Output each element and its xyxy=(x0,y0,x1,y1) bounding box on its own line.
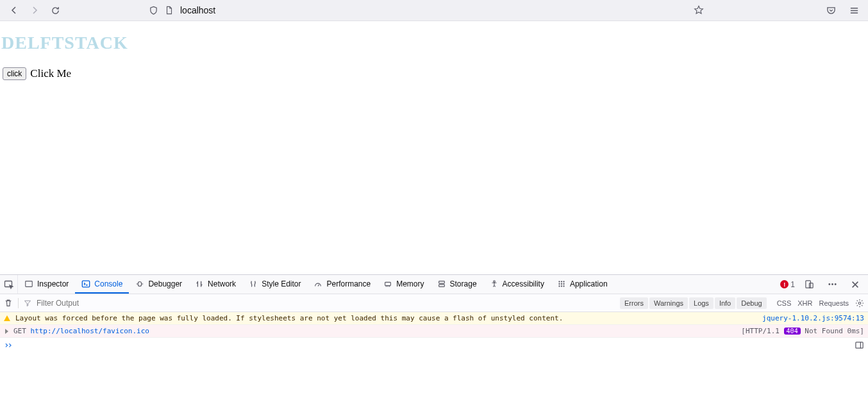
tab-memory[interactable]: Memory xyxy=(377,275,430,294)
browser-toolbar: localhost xyxy=(0,0,868,21)
tab-performance[interactable]: Performance xyxy=(307,275,377,294)
button-label: Click Me xyxy=(30,67,71,80)
prompt-icon: ›› xyxy=(4,340,11,350)
svg-rect-2 xyxy=(83,281,90,287)
tab-label: Performance xyxy=(326,279,371,288)
tab-console[interactable]: Console xyxy=(75,275,129,294)
clear-icon[interactable] xyxy=(4,299,13,308)
tab-style-editor[interactable]: Style Editor xyxy=(242,275,307,294)
application-icon xyxy=(557,279,566,288)
sidebar-toggle-icon[interactable] xyxy=(855,340,864,350)
svg-point-7 xyxy=(558,281,560,282)
svg-point-21 xyxy=(858,302,861,304)
log-message: Layout was forced before the page was fu… xyxy=(15,314,757,322)
settings-icon[interactable] xyxy=(855,299,864,308)
log-source[interactable]: jquery-1.10.2.js:9574:13 xyxy=(762,314,864,322)
http-proto: [HTTP/1.1 xyxy=(741,327,780,335)
accessibility-icon xyxy=(490,279,499,288)
chip-errors[interactable]: Errors xyxy=(620,297,648,309)
tab-label: Inspector xyxy=(37,279,69,288)
opt-css[interactable]: CSS xyxy=(777,299,792,307)
error-count-badge[interactable]: ! 1 xyxy=(780,280,795,289)
tab-label: Console xyxy=(94,279,122,288)
log-warning-row[interactable]: Layout was forced before the page was fu… xyxy=(0,312,868,325)
opt-xhr[interactable]: XHR xyxy=(797,299,812,307)
element-picker-icon[interactable] xyxy=(0,275,18,294)
svg-rect-4 xyxy=(438,281,444,283)
svg-point-9 xyxy=(563,281,564,282)
svg-rect-22 xyxy=(856,342,863,347)
svg-point-15 xyxy=(563,285,564,287)
svg-rect-16 xyxy=(805,281,810,288)
svg-point-11 xyxy=(561,283,562,284)
filter-icon xyxy=(24,299,31,307)
error-icon: ! xyxy=(780,280,789,288)
svg-point-14 xyxy=(561,285,562,287)
shield-icon xyxy=(149,6,158,15)
tab-accessibility[interactable]: Accessibility xyxy=(483,275,551,294)
console-log-area: Layout was forced before the page was fu… xyxy=(0,312,868,352)
filter-input[interactable] xyxy=(37,299,615,308)
log-message: GET http://localhost/favicon.ico xyxy=(13,327,736,335)
chip-warnings[interactable]: Warnings xyxy=(649,297,688,309)
devtools: Inspector Console Debugger Network Style… xyxy=(0,274,868,352)
expand-icon[interactable] xyxy=(5,329,8,334)
log-error-row[interactable]: GET http://localhost/favicon.ico [HTTP/1… xyxy=(0,325,868,338)
menu-icon[interactable] xyxy=(845,1,863,19)
forward-button[interactable] xyxy=(26,1,44,19)
inspector-icon xyxy=(24,279,33,288)
more-icon[interactable] xyxy=(823,276,841,294)
tab-storage[interactable]: Storage xyxy=(431,275,483,294)
tab-label: Storage xyxy=(450,279,477,288)
reload-button[interactable] xyxy=(46,1,64,19)
performance-icon xyxy=(313,279,322,288)
memory-icon xyxy=(383,279,392,288)
tab-label: Accessibility xyxy=(503,279,544,288)
click-button[interactable]: click xyxy=(3,67,26,80)
responsive-icon[interactable] xyxy=(800,276,818,294)
page-content: DELFTSTACK click Click Me xyxy=(0,21,868,274)
tab-inspector[interactable]: Inspector xyxy=(18,275,75,294)
svg-point-13 xyxy=(558,285,560,287)
devtools-tabs: Inspector Console Debugger Network Style… xyxy=(0,275,868,294)
toolbar-right xyxy=(821,1,863,19)
http-code: 404 xyxy=(784,328,801,335)
svg-rect-17 xyxy=(809,283,813,288)
tab-application[interactable]: Application xyxy=(551,275,614,294)
error-count: 1 xyxy=(790,280,795,289)
svg-point-6 xyxy=(493,280,495,282)
page-heading: DELFTSTACK xyxy=(1,33,868,53)
svg-rect-5 xyxy=(438,284,444,287)
opt-requests[interactable]: Requests xyxy=(819,299,849,307)
console-input-row[interactable]: ›› xyxy=(0,338,868,352)
pocket-icon[interactable] xyxy=(822,1,840,19)
address-bar[interactable]: localhost xyxy=(144,1,709,19)
svg-point-20 xyxy=(834,283,836,285)
url-text: localhost xyxy=(180,5,215,15)
console-icon xyxy=(81,279,90,288)
svg-point-10 xyxy=(558,283,560,284)
tab-debugger[interactable]: Debugger xyxy=(129,275,188,294)
tab-label: Application xyxy=(570,279,608,288)
chip-info[interactable]: Info xyxy=(715,297,735,309)
tab-label: Network xyxy=(208,279,236,288)
debugger-icon xyxy=(135,279,144,288)
chip-logs[interactable]: Logs xyxy=(689,297,714,309)
err-url[interactable]: http://localhost/favicon.ico xyxy=(31,327,149,335)
tab-label: Style Editor xyxy=(262,279,301,288)
svg-rect-1 xyxy=(26,281,33,287)
tab-label: Memory xyxy=(396,279,424,288)
svg-point-18 xyxy=(828,283,830,285)
style-icon xyxy=(249,279,258,288)
svg-point-19 xyxy=(831,283,833,285)
bookmark-star-icon[interactable] xyxy=(694,5,704,15)
console-filterbar: Errors Warnings Logs Info Debug CSS XHR … xyxy=(0,294,868,312)
back-button[interactable] xyxy=(5,1,23,19)
tab-network[interactable]: Network xyxy=(188,275,242,294)
network-icon xyxy=(195,279,204,288)
svg-rect-3 xyxy=(385,282,391,285)
tab-label: Debugger xyxy=(148,279,182,288)
close-icon[interactable] xyxy=(846,276,864,294)
chip-debug[interactable]: Debug xyxy=(737,297,766,309)
log-status: [HTTP/1.1 404 Not Found 0ms] xyxy=(741,327,864,335)
